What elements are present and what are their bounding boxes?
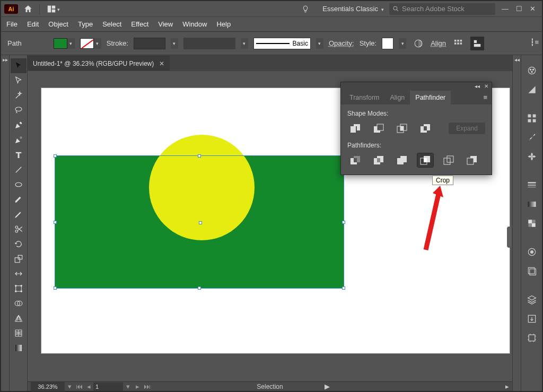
stock-search-input[interactable]: Search Adobe Stock — [389, 3, 495, 15]
stroke-dropdown[interactable]: ▾ — [94, 38, 101, 49]
transparency-panel-icon[interactable] — [524, 215, 540, 231]
home-icon[interactable] — [20, 4, 36, 14]
fill-dropdown[interactable]: ▾ — [67, 38, 75, 49]
type-tool[interactable] — [11, 147, 27, 162]
expand-left-dock[interactable]: ▸▸ — [1, 55, 10, 391]
stroke-weight-input[interactable] — [134, 38, 165, 49]
panel-collapse-icon[interactable]: ◂◂ — [475, 83, 480, 89]
menu-help[interactable]: Help — [216, 20, 231, 28]
panel-menu-icon[interactable]: ≡ — [479, 90, 492, 104]
scale-tool[interactable] — [11, 251, 27, 266]
fill-swatch[interactable] — [54, 38, 67, 49]
pathfinder-trim[interactable] — [371, 153, 387, 167]
asset-export-panel-icon[interactable] — [524, 311, 540, 327]
brush-dropdown[interactable]: ▾ — [316, 38, 323, 49]
selection-tool[interactable] — [11, 58, 27, 73]
paintbrush-tool[interactable] — [11, 192, 27, 207]
artboard-dropdown[interactable]: ▾ — [123, 382, 133, 391]
pencil-tool[interactable] — [11, 207, 27, 222]
shape-panel-icon[interactable] — [470, 37, 484, 50]
zoom-level[interactable]: 36.23% — [31, 382, 65, 391]
curvature-tool[interactable] — [11, 133, 27, 147]
opacity-label[interactable]: Opacity: — [329, 39, 354, 47]
color-guide-panel-icon[interactable] — [524, 82, 540, 98]
shape-mode-minus-front[interactable] — [371, 121, 387, 135]
tab-align[interactable]: Align — [385, 91, 410, 104]
document-tab[interactable]: Untitled-1* @ 36.23% (RGB/GPU Preview) ✕ — [28, 56, 170, 71]
stroke-swatch[interactable] — [80, 38, 94, 49]
status-play-icon[interactable]: ▶ — [325, 382, 330, 390]
width-tool[interactable] — [11, 266, 27, 281]
expand-right-dock[interactable]: ◂◂ — [512, 55, 521, 391]
pen-tool[interactable] — [11, 118, 27, 133]
first-artboard-icon[interactable]: ⏮ — [74, 382, 84, 391]
pathfinder-minus-back[interactable] — [464, 153, 480, 167]
pathfinder-merge[interactable] — [394, 153, 410, 167]
appearance-panel-icon[interactable] — [524, 244, 540, 260]
menu-file[interactable]: File — [6, 20, 17, 28]
menu-select[interactable]: Select — [102, 20, 121, 28]
scissors-tool[interactable] — [11, 222, 27, 237]
maximize-button[interactable]: ☐ — [516, 5, 522, 13]
shape-builder-tool[interactable] — [11, 296, 27, 311]
pathfinder-outline[interactable] — [441, 153, 457, 167]
collapse-controlbar-icon[interactable]: ┇≡ — [530, 38, 539, 46]
hint-lightbulb-icon[interactable] — [301, 5, 317, 13]
tab-pathfinder[interactable]: Pathfinder — [410, 91, 451, 104]
align-label[interactable]: Align — [431, 39, 446, 47]
direct-selection-tool[interactable] — [11, 73, 27, 88]
pathfinder-panel[interactable]: ◂◂ ✕ Transform Align Pathfinder ≡ Shape … — [340, 82, 492, 175]
gradient-tool[interactable] — [11, 341, 27, 355]
line-segment-tool[interactable] — [11, 162, 27, 177]
artboard-number-input[interactable]: 1 — [93, 382, 123, 391]
last-artboard-icon[interactable]: ⏭ — [142, 382, 152, 391]
zoom-dropdown[interactable]: ▾ — [65, 382, 74, 391]
align-panel-icon[interactable] — [451, 37, 465, 50]
symbols-panel-icon[interactable] — [524, 149, 540, 164]
graphic-style-swatch[interactable] — [382, 38, 393, 49]
menu-object[interactable]: Object — [48, 20, 68, 28]
graphic-styles-panel-icon[interactable] — [524, 263, 540, 279]
brush-definition[interactable]: Basic — [253, 38, 311, 49]
gradient-panel-icon[interactable] — [524, 196, 540, 212]
brushes-panel-icon[interactable] — [524, 129, 540, 145]
close-button[interactable]: ✕ — [530, 5, 536, 13]
variable-width-profile[interactable] — [183, 38, 235, 49]
mesh-tool[interactable] — [11, 326, 27, 341]
workspace-switcher[interactable]: Essentials Classic — [317, 5, 389, 13]
layers-panel-icon[interactable] — [524, 292, 540, 308]
next-artboard-icon[interactable]: ▸ — [133, 382, 142, 391]
artboards-panel-icon[interactable] — [524, 330, 540, 346]
style-dropdown[interactable]: ▾ — [399, 38, 406, 49]
menu-view[interactable]: View — [158, 20, 173, 28]
prev-artboard-icon[interactable]: ◂ — [84, 382, 93, 391]
lasso-tool[interactable] — [11, 103, 27, 118]
recolor-artwork-icon[interactable] — [411, 37, 425, 50]
swatches-panel-icon[interactable] — [524, 110, 540, 126]
shape-mode-unite[interactable] — [347, 121, 363, 135]
stroke-panel-icon[interactable] — [524, 177, 540, 193]
perspective-grid-tool[interactable] — [11, 311, 27, 326]
scroll-right-icon[interactable]: ▸ — [505, 382, 509, 390]
pathfinder-crop[interactable] — [417, 153, 433, 167]
vwp-dropdown[interactable]: ▾ — [241, 38, 248, 49]
shape-mode-exclude[interactable] — [417, 121, 433, 135]
panel-close-icon[interactable]: ✕ — [484, 83, 488, 89]
close-tab-icon[interactable]: ✕ — [159, 60, 164, 67]
color-panel-icon[interactable] — [524, 63, 540, 79]
shape-mode-intersect[interactable] — [394, 121, 410, 135]
ellipse-tool[interactable] — [11, 177, 27, 192]
free-transform-tool[interactable] — [11, 281, 27, 296]
menu-effect[interactable]: Effect — [131, 20, 148, 28]
pathfinder-divide[interactable] — [347, 153, 363, 167]
magic-wand-tool[interactable] — [11, 88, 27, 103]
menu-type[interactable]: Type — [78, 20, 93, 28]
menu-window[interactable]: Window — [182, 20, 207, 28]
minimize-button[interactable]: ― — [502, 5, 509, 13]
rotate-tool[interactable] — [11, 237, 27, 251]
tab-transform[interactable]: Transform — [344, 91, 385, 104]
stroke-weight-dropdown[interactable]: ▾ — [171, 38, 178, 49]
arrange-documents-icon[interactable] — [43, 5, 64, 13]
menu-edit[interactable]: Edit — [27, 20, 39, 28]
vertical-scrollbar[interactable] — [507, 227, 511, 248]
